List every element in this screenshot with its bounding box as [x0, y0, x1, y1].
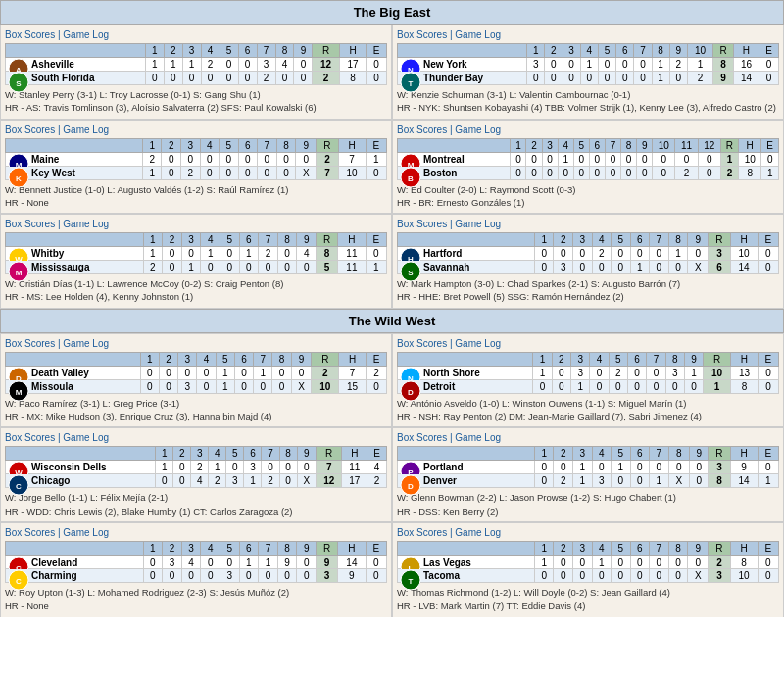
- team-name-cell: W Wisconsin Dells: [6, 461, 156, 474]
- score-table: 123456789 R H E H Hartford 000200010 3 1…: [397, 232, 779, 274]
- score-cell: 1: [650, 474, 669, 488]
- game-log-link[interactable]: Game Log: [455, 338, 501, 349]
- inning-header: 6: [616, 44, 634, 58]
- game-box: Box Scores | Game Log 123456789101112 R …: [392, 120, 784, 215]
- h-header: H: [338, 233, 366, 247]
- score-cell: 0: [612, 555, 631, 568]
- errors-cell: 1: [366, 152, 386, 166]
- team-row: A Asheville 111200340 12 17 0: [6, 58, 387, 72]
- score-cell: 0: [279, 474, 297, 488]
- innings-header-row: 123456789 R H E: [6, 541, 387, 555]
- inning-header: 4: [201, 541, 220, 555]
- game-box-header: Box Scores | Game Log: [397, 124, 779, 135]
- box-scores-link[interactable]: Box Scores: [397, 338, 447, 349]
- runs-cell: 12: [313, 58, 339, 72]
- score-cell: 0: [156, 474, 173, 488]
- score-cell: 0: [668, 261, 688, 274]
- team-row: W Wisconsin Dells 102103000 7 11 4: [6, 461, 387, 474]
- score-cell: 0: [534, 261, 554, 274]
- score-cell: 2: [592, 247, 612, 261]
- box-scores-link[interactable]: Box Scores: [397, 29, 447, 40]
- runs-cell: 9: [713, 72, 734, 85]
- inning-header: 9: [688, 541, 709, 555]
- inning-header: 9: [296, 138, 317, 152]
- innings-header-row: 123456789101112 R H E: [398, 138, 779, 152]
- svg-text:S: S: [16, 79, 22, 88]
- errors-cell: 0: [761, 152, 779, 166]
- score-cell: 0: [653, 166, 675, 179]
- team-name-cell: H Hartford: [398, 247, 535, 261]
- inning-header: 7: [605, 138, 620, 152]
- inning-header: 3: [572, 233, 592, 247]
- score-cell: 1: [209, 461, 226, 474]
- game-log-link[interactable]: Game Log: [455, 219, 501, 229]
- score-cell: 3: [592, 474, 612, 488]
- score-cell: 3: [665, 366, 684, 379]
- score-cell: 2: [687, 72, 712, 85]
- box-scores-link[interactable]: Box Scores: [5, 432, 55, 443]
- hits-cell: 8: [730, 555, 758, 568]
- box-scores-link[interactable]: Box Scores: [5, 219, 55, 229]
- game-log-link[interactable]: Game Log: [63, 219, 109, 229]
- team-name-cell: A Asheville: [6, 58, 146, 72]
- r-header: R: [709, 447, 730, 461]
- runs-cell: 8: [709, 474, 730, 488]
- game-log-link[interactable]: Game Log: [455, 124, 501, 135]
- inning-header: 9: [637, 138, 653, 152]
- score-cell: 2: [257, 72, 275, 85]
- team-logo: S: [400, 261, 421, 284]
- game-log-link[interactable]: Game Log: [63, 124, 109, 135]
- score-cell: 0: [200, 166, 220, 179]
- team-name-cell: T Thunder Bay: [398, 72, 527, 85]
- box-scores-link[interactable]: Box Scores: [5, 527, 55, 538]
- game-log-link[interactable]: Game Log: [455, 29, 501, 40]
- score-cell: 0: [239, 568, 259, 582]
- svg-text:C: C: [16, 577, 22, 586]
- team-name-cell: L Las Vegas: [398, 555, 535, 568]
- game-log-link[interactable]: Game Log: [63, 432, 109, 443]
- score-cell: 3: [527, 58, 545, 72]
- game-log-link[interactable]: Game Log: [63, 29, 109, 40]
- game-log-link[interactable]: Game Log: [455, 527, 501, 538]
- inning-header: 1: [511, 138, 526, 152]
- h-header: H: [339, 352, 367, 366]
- inning-header: 8: [275, 44, 294, 58]
- team-name-cell: D Detroit: [398, 379, 533, 393]
- team-name-cell: C Cleveland: [6, 555, 144, 568]
- score-cell: 0: [653, 152, 675, 166]
- score-cell: 0: [554, 247, 573, 261]
- game-box-header: Box Scores | Game Log: [397, 338, 779, 349]
- inning-header: 10: [687, 44, 712, 58]
- inning-header: 3: [191, 447, 209, 461]
- game-log-link[interactable]: Game Log: [63, 527, 109, 538]
- score-cell: 3: [163, 555, 182, 568]
- score-cell: 2: [675, 166, 698, 179]
- box-scores-link[interactable]: Box Scores: [5, 29, 55, 40]
- team-col-header: [6, 44, 146, 58]
- score-cell: 0: [668, 461, 689, 474]
- inning-header: 4: [201, 233, 220, 247]
- runs-cell: 8: [713, 58, 734, 72]
- score-cell: 0: [689, 461, 709, 474]
- team-row: S Savannah 03000100X 6 14 0: [398, 261, 779, 274]
- box-scores-link[interactable]: Box Scores: [397, 527, 447, 538]
- inning-header: 9: [684, 352, 703, 366]
- innings-header-row: 123456789 R H E: [398, 352, 779, 366]
- game-log-link[interactable]: Game Log: [455, 432, 501, 443]
- inning-header: 7: [259, 541, 278, 555]
- team-name-cell: T Tacoma: [398, 568, 535, 582]
- game-log-link[interactable]: Game Log: [63, 338, 109, 349]
- game-notes: W: Bennett Justice (1-0) L: Augusto Vald…: [5, 183, 387, 210]
- box-scores-link[interactable]: Box Scores: [397, 124, 447, 135]
- score-cell: 0: [180, 152, 200, 166]
- box-scores-link[interactable]: Box Scores: [5, 124, 55, 135]
- box-scores-link[interactable]: Box Scores: [5, 338, 55, 349]
- r-header: R: [709, 233, 730, 247]
- score-cell: 0: [688, 247, 709, 261]
- box-scores-link[interactable]: Box Scores: [397, 219, 447, 229]
- score-cell: 0: [234, 366, 253, 379]
- inning-header: 7: [254, 352, 272, 366]
- score-cell: 0: [297, 555, 317, 568]
- box-scores-link[interactable]: Box Scores: [397, 432, 447, 443]
- inning-header: 1: [533, 352, 552, 366]
